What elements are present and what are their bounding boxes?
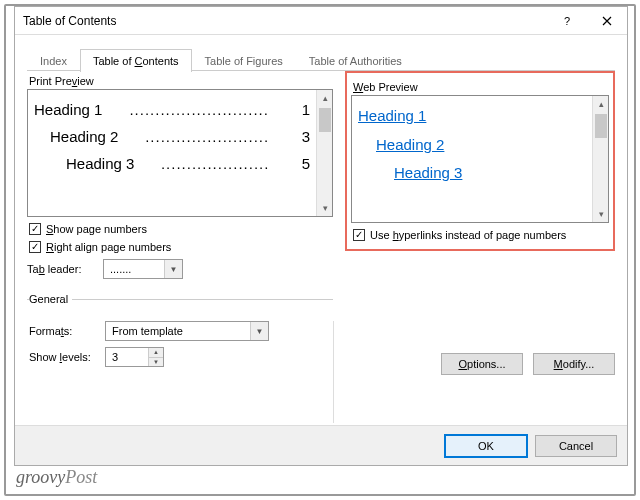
scroll-thumb: [319, 108, 331, 132]
dialog-client: Print Preview Heading 1 ................…: [15, 71, 627, 423]
tab-strip: Index Table of Contents Table of Figures…: [15, 35, 627, 71]
options-button[interactable]: Options...: [441, 353, 523, 375]
web-preview-callout: Web Preview Heading 1 Heading 2 Heading …: [345, 71, 615, 251]
ok-button[interactable]: OK: [445, 435, 527, 457]
scroll-down-icon: ▾: [593, 206, 609, 222]
show-levels-spinner[interactable]: 3 ▲ ▼: [105, 347, 164, 367]
tab-table-of-authorities[interactable]: Table of Authorities: [296, 49, 415, 72]
formats-label: Formats:: [29, 325, 105, 337]
scroll-thumb: [595, 114, 607, 138]
watermark: groovyPost: [16, 467, 97, 488]
print-row: Heading 3 ..................... 5: [34, 150, 310, 177]
tab-table-of-contents[interactable]: Table of Contents: [80, 49, 192, 72]
web-preview-label: Web Preview: [353, 81, 609, 93]
tab-leader-combo[interactable]: ....... ▼: [103, 259, 183, 279]
print-preview-scrollbar[interactable]: ▴ ▾: [316, 90, 332, 216]
scroll-up-icon: ▴: [593, 96, 609, 112]
show-levels-label: Show levels:: [29, 351, 105, 363]
general-group: General Formats: From template ▼ Show le…: [27, 293, 333, 373]
titlebar: Table of Contents ?: [15, 7, 627, 35]
window-title: Table of Contents: [23, 14, 547, 28]
help-button[interactable]: ?: [547, 7, 587, 35]
right-align-page-numbers-checkbox[interactable]: ✓ Right align page numbers: [29, 241, 333, 253]
print-preview-label: Print Preview: [29, 75, 333, 87]
print-preview-content: Heading 1 ........................... 1 …: [28, 90, 316, 216]
web-preview-content: Heading 1 Heading 2 Heading 3: [352, 96, 592, 222]
spin-down-icon: ▼: [149, 357, 163, 367]
checkbox-icon: ✓: [29, 223, 41, 235]
close-button[interactable]: [587, 7, 627, 35]
checkbox-icon: ✓: [29, 241, 41, 253]
web-preview-scrollbar[interactable]: ▴ ▾: [592, 96, 608, 222]
dialog-footer: OK Cancel: [15, 425, 627, 465]
tab-index[interactable]: Index: [27, 49, 80, 72]
scroll-down-icon: ▾: [317, 200, 333, 216]
use-hyperlinks-checkbox[interactable]: ✓ Use hyperlinks instead of page numbers: [353, 229, 609, 241]
checkbox-icon: ✓: [353, 229, 365, 241]
tab-table-of-figures[interactable]: Table of Figures: [192, 49, 296, 72]
tab-leader-label: Tab leader:: [27, 263, 103, 275]
vertical-divider: [333, 321, 334, 423]
scroll-up-icon: ▴: [317, 90, 333, 106]
cancel-button[interactable]: Cancel: [535, 435, 617, 457]
print-preview-box: Heading 1 ........................... 1 …: [27, 89, 333, 217]
print-preview-column: Print Preview Heading 1 ................…: [27, 71, 333, 373]
web-row: Heading 1: [358, 102, 586, 131]
modify-button[interactable]: Modify...: [533, 353, 615, 375]
web-preview-box: Heading 1 Heading 2 Heading 3 ▴ ▾: [351, 95, 609, 223]
toc-dialog: Table of Contents ? Index Table of Conte…: [14, 6, 628, 466]
web-preview-column: Web Preview Heading 1 Heading 2 Heading …: [345, 71, 615, 251]
show-page-numbers-checkbox[interactable]: ✓ Show page numbers: [29, 223, 333, 235]
print-row: Heading 1 ........................... 1: [34, 96, 310, 123]
chevron-down-icon: ▼: [164, 260, 182, 278]
chevron-down-icon: ▼: [250, 322, 268, 340]
general-legend: General: [29, 293, 72, 305]
spin-up-icon: ▲: [149, 348, 163, 357]
close-icon: [602, 16, 612, 26]
web-row: Heading 2: [358, 131, 586, 160]
print-row: Heading 2 ........................ 3: [34, 123, 310, 150]
web-row: Heading 3: [358, 159, 586, 188]
formats-combo[interactable]: From template ▼: [105, 321, 269, 341]
